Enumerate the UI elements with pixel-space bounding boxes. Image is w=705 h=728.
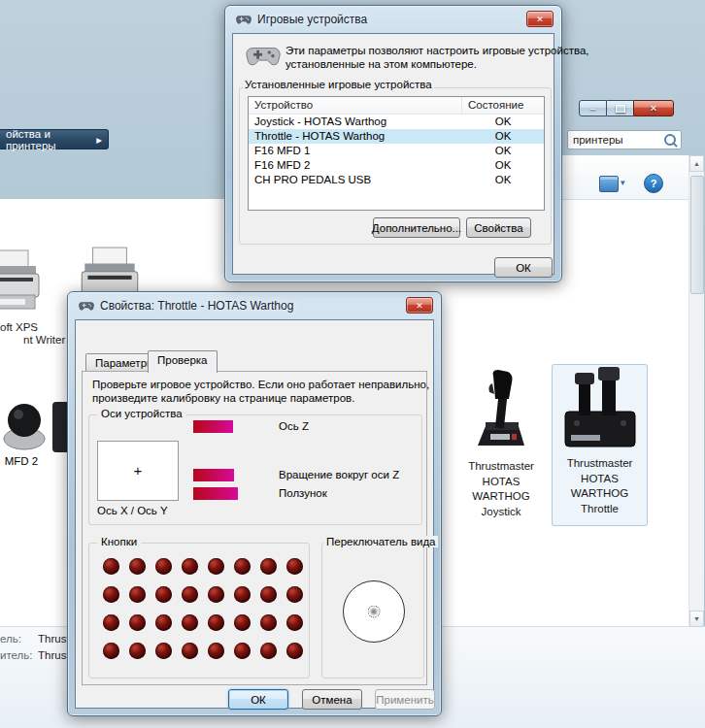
joystick-tile-label: HOTAS xyxy=(457,475,545,490)
button-led-icon xyxy=(103,586,119,603)
device-row[interactable]: CH PRO PEDALS USBOK xyxy=(249,173,544,187)
column-header-device[interactable]: Устройство xyxy=(249,97,462,114)
dialog-title: Свойства: Throttle - HOTAS Warthog xyxy=(100,299,293,313)
title-bar[interactable]: Игровые устройства ✕ xyxy=(225,6,561,33)
dialog-client: Параметры Проверка Проверьте игровое уст… xyxy=(75,319,434,709)
button-led-icon xyxy=(155,586,172,603)
joystick-tile-label: WARTHOG xyxy=(457,489,545,505)
pov-group-label: Переключатель вида xyxy=(324,536,438,547)
close-icon: ✕ xyxy=(416,301,423,311)
axis-label: Ползунок xyxy=(279,487,327,500)
printer-icon[interactable] xyxy=(0,248,41,323)
button-led-icon xyxy=(234,558,251,575)
buttons-group: Кнопки xyxy=(88,543,310,678)
device-name: F16 MFD 1 xyxy=(249,144,462,158)
title-bar[interactable]: Свойства: Throttle - HOTAS Warthog ✕ xyxy=(68,292,441,319)
device-name: CH PRO PEDALS USB xyxy=(249,173,462,187)
pov-group: Переключатель вида xyxy=(321,543,424,678)
window-caption-buttons: – ✕ xyxy=(579,100,674,116)
device-name: F16 MFD 2 xyxy=(249,158,462,173)
gamepad-icon xyxy=(79,300,94,313)
button-led-icon xyxy=(260,586,277,603)
button-led-icon xyxy=(129,586,146,603)
printer-label: nt Writer xyxy=(23,334,65,346)
properties-button[interactable]: Свойства xyxy=(466,217,531,238)
button-led-icon xyxy=(182,558,198,575)
button-led-icon xyxy=(182,614,198,631)
dialog-title: Игровые устройства xyxy=(257,13,367,26)
joystick-tile-label: Joystick xyxy=(457,505,545,520)
button-led-icon xyxy=(260,614,277,631)
button-led-icon xyxy=(155,614,172,631)
scrollbar[interactable]: ▲ ▼ xyxy=(688,155,704,627)
button-led-icon xyxy=(234,643,251,659)
apply-button[interactable]: Применить xyxy=(375,689,435,710)
device-row[interactable]: F16 MFD 2OK xyxy=(249,158,544,173)
throttle-tile-label: HOTAS xyxy=(553,472,647,487)
printer-label: oft XPS xyxy=(0,321,38,333)
button-led-icon xyxy=(286,614,303,631)
scroll-down-icon[interactable]: ▼ xyxy=(689,611,704,627)
close-button[interactable]: ✕ xyxy=(526,11,554,27)
scroll-up-icon[interactable]: ▲ xyxy=(689,155,704,172)
detail-label: итель: xyxy=(0,649,35,661)
properties-dialog: Свойства: Throttle - HOTAS Warthog ✕ Пар… xyxy=(67,291,442,716)
maximize-icon xyxy=(616,105,625,113)
device-name: Joystick - HOTAS Warthog xyxy=(249,115,462,129)
device-tile-joystick[interactable]: ThrustmasterHOTASWARTHOGJoystick xyxy=(457,366,545,526)
device-status: OK xyxy=(462,158,544,173)
button-led-icon xyxy=(208,558,224,575)
button-led-icon xyxy=(129,643,146,659)
pov-center-icon xyxy=(368,606,381,618)
buttons-group-label: Кнопки xyxy=(97,536,141,547)
view-selector-icon[interactable] xyxy=(599,176,619,192)
advanced-button[interactable]: Дополнительно... xyxy=(373,217,460,238)
ok-button[interactable]: ОК xyxy=(494,257,553,278)
test-tab-panel: Проверьте игровое устройство. Если оно р… xyxy=(82,371,427,685)
device-tile-throttle[interactable]: ThrustmasterHOTASWARTHOGThrottle xyxy=(552,364,648,526)
desktop: – ✕ ойства и принтеры ▸ принтеры ▾ ? ▲ ▼ xyxy=(0,0,705,728)
axis-label: Вращение вокруг оси Z xyxy=(279,469,399,481)
help-icon[interactable]: ? xyxy=(644,174,663,193)
tab-test[interactable]: Проверка xyxy=(148,350,218,373)
instruction-text: произведите калибровку на странице парам… xyxy=(92,392,354,404)
device-status: OK xyxy=(462,115,544,129)
axes-group: Оси устройства + Ось X / Ось Y Ось Z Вра… xyxy=(88,414,422,525)
device-row[interactable]: F16 MFD 1OK xyxy=(249,144,544,158)
gamepad-large-icon xyxy=(246,44,281,70)
close-icon: ✕ xyxy=(650,103,657,114)
installed-devices-group: Устройство Состояние Joystick - HOTAS Wa… xyxy=(239,87,552,245)
cancel-button[interactable]: Отмена xyxy=(302,689,362,710)
device-row[interactable]: Throttle - HOTAS WarthogOK xyxy=(249,129,544,144)
caret-down-icon[interactable]: ▾ xyxy=(621,178,625,187)
ok-button[interactable]: ОК xyxy=(228,689,288,710)
devices-table[interactable]: Устройство Состояние Joystick - HOTAS Wa… xyxy=(248,96,545,211)
device-status: OK xyxy=(462,144,544,158)
joystick-tile-label: Thrustmaster xyxy=(457,459,545,475)
column-header-status[interactable]: Состояние xyxy=(462,97,544,114)
close-window-button[interactable]: ✕ xyxy=(633,100,674,116)
chevron-right-icon: ▸ xyxy=(96,133,102,147)
button-led-icon xyxy=(260,558,277,575)
throttle-icon xyxy=(563,367,637,450)
dialog-client: Эти параметры позволяют настроить игровы… xyxy=(232,33,554,275)
installed-devices-group-label: Установленные игровые устройства xyxy=(243,79,434,90)
axis-bar-z xyxy=(193,420,233,433)
close-icon: ✕ xyxy=(536,15,544,24)
button-led-icon xyxy=(208,586,224,603)
search-input[interactable]: принтеры xyxy=(567,130,682,149)
button-led-icon xyxy=(155,558,172,575)
breadcrumb[interactable]: ойства и принтеры ▸ xyxy=(0,129,109,149)
scrollbar-thumb[interactable] xyxy=(690,176,704,294)
close-button[interactable]: ✕ xyxy=(406,297,433,314)
axis-bar-rz xyxy=(193,469,234,481)
minimize-button[interactable]: – xyxy=(579,100,607,116)
search-value: принтеры xyxy=(573,134,623,146)
game-controllers-dialog: Игровые устройства ✕ Эти параметры позво… xyxy=(224,5,562,282)
button-led-icon xyxy=(208,614,224,631)
device-row[interactable]: Joystick - HOTAS WarthogOK xyxy=(249,115,544,129)
button-led-icon xyxy=(208,643,224,659)
maximize-button[interactable] xyxy=(607,100,633,116)
trackball-icon[interactable] xyxy=(2,395,47,454)
buttons-indicator-grid xyxy=(103,558,303,659)
